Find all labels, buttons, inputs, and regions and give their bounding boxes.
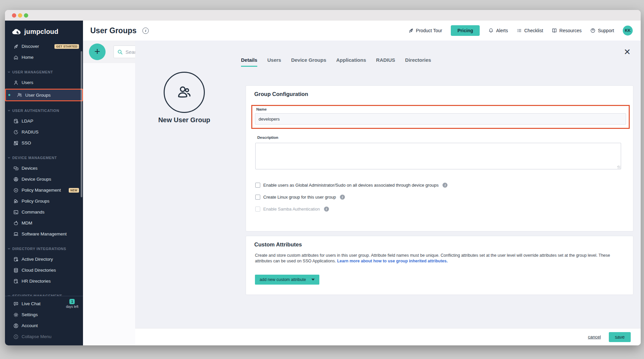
caret-down-icon — [311, 279, 315, 281]
sidebar-item-policy-groups[interactable]: Policy Groups — [5, 196, 83, 207]
sidebar-item-label: HR Directories — [22, 279, 51, 284]
sidebar-item-ldap[interactable]: LDAP — [5, 116, 83, 127]
sidebar-item-device-groups[interactable]: Device Groups — [5, 174, 83, 185]
user-group-avatar — [164, 72, 205, 113]
tab-radius[interactable]: RADIUS — [376, 57, 395, 67]
add-group-button[interactable]: + — [89, 44, 106, 60]
sidebar-section-user-management[interactable]: USER MANAGEMENT — [5, 67, 83, 77]
tab-details[interactable]: Details — [241, 57, 257, 67]
sidebar-item-collapse-menu[interactable]: Collapse Menu — [5, 331, 83, 342]
header-actions: Product Tour Pricing Alerts Checklist Re… — [408, 25, 641, 36]
linux-group-checkbox[interactable] — [255, 195, 260, 200]
info-icon[interactable]: i — [340, 195, 345, 200]
sidebar-item-label: Devices — [22, 166, 38, 171]
learn-more-link[interactable]: Learn more about how to use group inheri… — [337, 259, 447, 263]
home-icon — [13, 55, 19, 60]
add-custom-attribute-button[interactable]: add new custom attribute — [255, 275, 319, 285]
sidebar-item-hr-directories[interactable]: HR Directories — [5, 276, 83, 287]
tab-device-groups[interactable]: Device Groups — [291, 57, 326, 67]
close-icon[interactable]: ✕ — [624, 47, 631, 57]
info-icon[interactable]: i — [443, 183, 447, 188]
sidebar-section-directory-integrations[interactable]: DIRECTORY INTEGRATIONS — [5, 244, 83, 254]
info-icon[interactable]: i — [142, 28, 149, 34]
laptop-icon — [13, 231, 19, 237]
group-name-input[interactable] — [255, 113, 626, 125]
checkbox-label: Enable Samba Authentication — [263, 207, 320, 212]
sidebar-scrollbar[interactable] — [81, 51, 82, 197]
save-button[interactable]: save — [609, 332, 631, 342]
checkbox-row-global-admin: Enable users as Global Administrator/Sud… — [255, 183, 447, 188]
close-window-button[interactable] — [12, 13, 16, 18]
sidebar-item-sso[interactable]: SSO — [5, 137, 83, 148]
info-icon[interactable]: i — [324, 207, 329, 212]
sidebar-item-label: MDM — [22, 221, 32, 225]
tab-users[interactable]: Users — [267, 57, 281, 67]
page-header: User Groups i Product Tour Pricing Alert… — [83, 21, 641, 41]
target-icon — [13, 188, 19, 193]
user-avatar[interactable]: KK — [623, 26, 633, 36]
cloud-logo-icon — [12, 29, 22, 35]
sidebar-nav: Discover GET STARTED Home USER MANAGEMEN… — [5, 41, 83, 296]
sidebar-item-label: Policy Management — [22, 188, 61, 193]
sidebar-item-mdm[interactable]: MDM — [5, 218, 83, 228]
trial-days-label: days left — [66, 305, 78, 309]
window-titlebar — [5, 10, 641, 21]
sidebar-item-commands[interactable]: Commands — [5, 207, 83, 218]
sidebar-item-software-management[interactable]: Software Management — [5, 228, 83, 239]
product-tour-button[interactable]: Product Tour — [408, 28, 442, 33]
sidebar-item-label: Collapse Menu — [22, 334, 51, 339]
active-indicator-dot — [8, 94, 10, 96]
jumpcloud-logo[interactable]: jumpcloud — [5, 21, 83, 41]
sidebar-item-label: Device Groups — [22, 177, 51, 182]
sidebar-section-user-authentication[interactable]: USER AUTHENTICATION — [5, 106, 83, 116]
custom-attributes-description: Create and store custom attributes for u… — [255, 253, 611, 264]
tab-directories[interactable]: Directories — [405, 57, 431, 67]
pricing-button[interactable]: Pricing — [451, 25, 480, 36]
tab-applications[interactable]: Applications — [336, 57, 366, 67]
page-title: User Groups — [90, 26, 136, 35]
sidebar-item-label: User Groups — [25, 93, 51, 98]
samba-auth-checkbox[interactable] — [255, 207, 260, 212]
drawer-title: New User Group — [141, 116, 227, 124]
sidebar-item-settings[interactable]: Settings — [5, 309, 83, 320]
zoom-window-button[interactable] — [24, 13, 28, 18]
sidebar-item-label: Active Directory — [22, 257, 53, 262]
cancel-button[interactable]: cancel — [588, 334, 601, 339]
rocket-icon — [13, 44, 19, 49]
policy-groups-icon — [13, 199, 19, 204]
sidebar-item-cloud-directories[interactable]: Cloud Directories — [5, 265, 83, 276]
sidebar-item-radius[interactable]: RADIUS — [5, 127, 83, 137]
resources-button[interactable]: Resources — [552, 28, 582, 33]
sidebar-item-label: Policy Groups — [22, 199, 49, 204]
app-window: jumpcloud Discover GET STARTED Home USER… — [5, 10, 641, 345]
support-button[interactable]: Support — [590, 28, 614, 33]
sidebar-item-user-groups[interactable]: User Groups — [5, 89, 83, 101]
checklist-button[interactable]: Checklist — [517, 28, 543, 33]
textarea-resize-handle[interactable] — [617, 166, 620, 169]
name-field-highlight: Name — [251, 105, 630, 129]
checkbox-label: Create Linux group for this user group — [263, 195, 336, 200]
alerts-button[interactable]: Alerts — [488, 28, 508, 33]
sidebar-section-security-management[interactable]: SECURITY MANAGEMENT — [5, 291, 83, 296]
user-group-icon — [175, 83, 194, 102]
sidebar-item-live-chat[interactable]: Live Chat 1 days left — [5, 298, 83, 309]
drawer-tabs: Details Users Device Groups Applications… — [241, 57, 431, 67]
minimize-window-button[interactable] — [18, 13, 22, 18]
group-description-textarea[interactable] — [255, 143, 621, 169]
device-groups-icon — [13, 177, 19, 182]
sidebar-item-account[interactable]: Account — [5, 320, 83, 331]
sidebar-section-device-management[interactable]: DEVICE MANAGEMENT — [5, 153, 83, 163]
sidebar-item-devices[interactable]: Devices — [5, 163, 83, 174]
chat-bubble-icon — [13, 301, 19, 307]
terminal-icon — [13, 210, 19, 215]
global-admin-checkbox[interactable] — [255, 183, 260, 188]
rocket-icon — [408, 28, 414, 33]
sidebar-item-active-directory[interactable]: Active Directory — [5, 254, 83, 265]
sidebar-item-discover[interactable]: Discover GET STARTED — [5, 41, 83, 52]
sidebar-item-home[interactable]: Home — [5, 52, 83, 63]
chevron-down-icon — [8, 247, 10, 250]
trial-countdown: 1 days left — [66, 299, 78, 309]
sidebar-item-policy-management[interactable]: Policy Management NEW — [5, 185, 83, 196]
sidebar-item-users[interactable]: Users — [5, 77, 83, 88]
checkbox-row-linux-group: Create Linux group for this user group i — [255, 195, 345, 200]
